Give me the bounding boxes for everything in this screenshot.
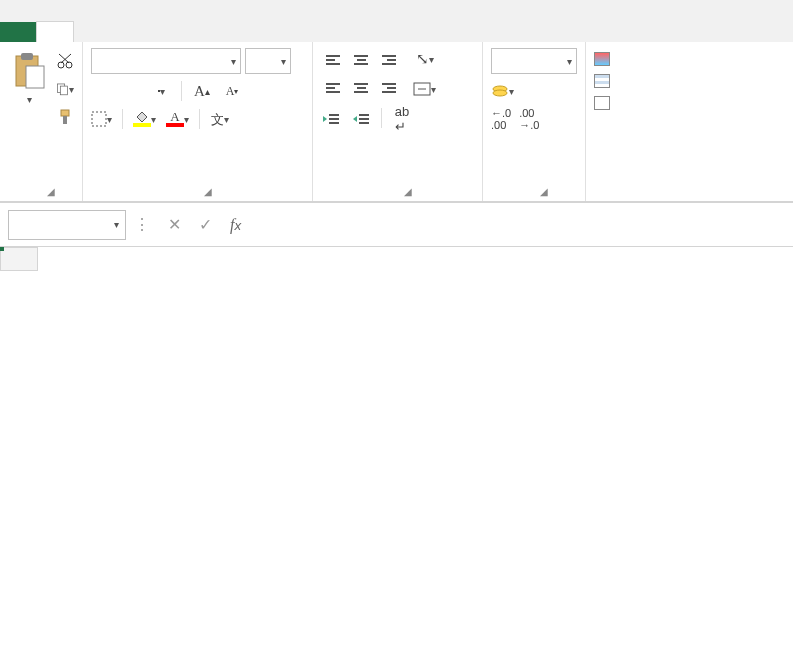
paste-button[interactable]: ▾ (8, 48, 50, 182)
tab-file[interactable] (0, 22, 36, 42)
copy-icon (56, 80, 69, 98)
dialog-launcher-icon[interactable]: ◢ (204, 186, 212, 197)
conditional-format-button[interactable] (594, 52, 616, 66)
scissors-icon (56, 52, 74, 70)
tab-page-layout[interactable] (110, 22, 146, 42)
align-top-button[interactable] (321, 48, 345, 72)
cond-format-icon (594, 52, 610, 66)
align-bottom-button[interactable] (377, 48, 401, 72)
format-painter-button[interactable] (56, 108, 74, 126)
cut-button[interactable] (56, 52, 74, 70)
ribbon-tabs (0, 0, 793, 42)
indent-icon (352, 112, 370, 126)
font-color-button[interactable]: A▾ (166, 108, 189, 130)
table-icon (594, 74, 610, 88)
svg-rect-2 (26, 66, 44, 88)
chevron-down-icon: ▾ (281, 56, 286, 67)
group-number: ▾ ▾ ←.0.00 .00→.0 ◢ (483, 42, 586, 201)
decrease-font-button[interactable]: A▾ (222, 80, 242, 102)
svg-point-21 (493, 90, 507, 96)
align-left-button[interactable] (321, 76, 345, 100)
more-icon[interactable]: ⋮ (134, 215, 150, 234)
increase-font-button[interactable]: A▴ (192, 80, 212, 102)
formula-bar: ▾ ⋮ ✕ ✓ fx (0, 203, 793, 247)
border-icon (91, 111, 107, 127)
chevron-down-icon: ▾ (231, 56, 236, 67)
svg-rect-8 (60, 86, 67, 95)
copy-button[interactable]: ▾ (56, 80, 74, 98)
enter-icon[interactable]: ✓ (199, 215, 212, 234)
bucket-icon (135, 111, 149, 123)
tab-review[interactable] (254, 22, 290, 42)
merge-icon (413, 82, 431, 96)
tab-insert[interactable] (74, 22, 110, 42)
wrap-text-button[interactable]: ab↵ (392, 108, 412, 130)
brush-icon (56, 108, 74, 126)
group-font: ▾ ▾ ▾ A▴ A▾ ▾ ▾ A▾ 文▾ (83, 42, 313, 201)
align-middle-button[interactable] (349, 48, 373, 72)
decrease-decimal-button[interactable]: .00→.0 (519, 108, 539, 130)
cell-styles-button[interactable] (594, 96, 616, 110)
underline-button[interactable]: ▾ (151, 80, 171, 102)
outdent-icon (322, 112, 340, 126)
font-size-select[interactable]: ▾ (245, 48, 291, 74)
tab-formula[interactable] (146, 22, 182, 42)
borders-button[interactable]: ▾ (91, 108, 112, 130)
svg-rect-9 (61, 110, 69, 116)
italic-button[interactable] (121, 80, 141, 102)
cancel-icon[interactable]: ✕ (168, 215, 181, 234)
dialog-launcher-icon[interactable]: ◢ (47, 186, 55, 197)
tab-ffgz[interactable] (182, 22, 218, 42)
chevron-down-icon: ▾ (27, 94, 32, 105)
svg-rect-1 (21, 53, 33, 60)
select-all-corner[interactable] (0, 247, 38, 271)
group-clipboard: ▾ ▾ ◢ (0, 42, 83, 201)
accounting-format-button[interactable]: ▾ (491, 80, 514, 102)
coins-icon (491, 84, 509, 98)
merge-button[interactable]: ▾ (413, 78, 436, 100)
group-styles (586, 42, 624, 201)
format-as-table-button[interactable] (594, 74, 616, 88)
ribbon: ▾ ▾ ◢ ▾ ▾ ▾ (0, 0, 793, 203)
font-name-select[interactable]: ▾ (91, 48, 241, 74)
tab-data[interactable] (218, 22, 254, 42)
bold-button[interactable] (91, 80, 111, 102)
chevron-down-icon: ▾ (567, 56, 572, 67)
increase-indent-button[interactable] (351, 108, 371, 130)
tab-home[interactable] (36, 21, 74, 42)
increase-decimal-button[interactable]: ←.0.00 (491, 108, 511, 130)
group-alignment: ⤡▾ ▾ ab↵ ◢ (313, 42, 483, 201)
decrease-indent-button[interactable] (321, 108, 341, 130)
svg-rect-11 (92, 112, 106, 126)
cell-style-icon (594, 96, 610, 110)
orientation-button[interactable]: ⤡▾ (413, 48, 436, 70)
percent-button[interactable] (522, 80, 542, 102)
dialog-launcher-icon[interactable]: ◢ (404, 186, 412, 197)
number-format-select[interactable]: ▾ (491, 48, 577, 74)
phonetic-button[interactable]: 文▾ (210, 108, 230, 130)
dialog-launcher-icon[interactable]: ◢ (540, 186, 548, 197)
fx-icon[interactable]: fx (230, 216, 241, 234)
fill-color-button[interactable]: ▾ (133, 108, 156, 130)
align-right-button[interactable] (377, 76, 401, 100)
ribbon-body: ▾ ▾ ◢ ▾ ▾ ▾ (0, 42, 793, 202)
svg-rect-10 (63, 116, 67, 124)
comma-button[interactable] (550, 80, 570, 102)
name-box[interactable]: ▾ (8, 210, 126, 240)
clipboard-paste-icon (12, 52, 46, 90)
chevron-down-icon: ▾ (114, 219, 119, 230)
align-center-button[interactable] (349, 76, 373, 100)
